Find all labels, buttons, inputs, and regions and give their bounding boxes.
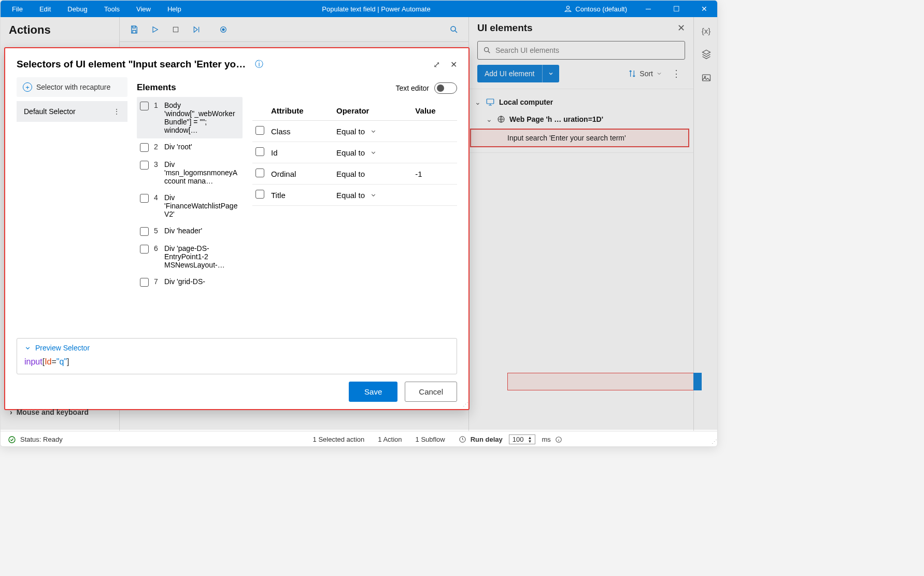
element-row[interactable]: 1Body 'window["_webWorkerBundle"] = ""; … xyxy=(137,97,243,138)
variables-icon[interactable]: {x} xyxy=(702,26,711,35)
element-checkbox[interactable] xyxy=(140,278,149,287)
element-checkbox[interactable] xyxy=(140,227,149,236)
search-ui-elements-input[interactable] xyxy=(495,46,679,54)
element-row[interactable]: 3Div 'msn_logomsnmoneyAccount mana… xyxy=(137,156,243,189)
attr-value[interactable] xyxy=(412,121,457,142)
resize-grip-icon[interactable]: ⋰ xyxy=(712,439,716,445)
element-checkbox[interactable] xyxy=(140,102,149,110)
tree-web-page[interactable]: ⌄ Web Page 'h … uration=1D' xyxy=(469,111,693,128)
menu-file[interactable]: File xyxy=(5,2,30,16)
elements-pane: Elements 1Body 'window["_webWorkerBundle… xyxy=(127,77,243,333)
environment-picker[interactable]: Contoso (default) xyxy=(564,5,627,13)
save-button[interactable]: Save xyxy=(349,382,397,402)
search-icon[interactable] xyxy=(448,23,460,36)
preview-selector-code: input[Id="q"] xyxy=(24,357,449,367)
element-index: 5 xyxy=(154,227,159,235)
svg-rect-0 xyxy=(173,27,178,32)
run-icon[interactable] xyxy=(149,23,161,36)
step-icon[interactable] xyxy=(190,23,203,36)
images-icon[interactable] xyxy=(701,73,712,83)
save-icon[interactable] xyxy=(128,23,140,36)
col-attribute: Attribute xyxy=(268,101,333,121)
svg-point-3 xyxy=(451,26,456,31)
attribute-row: Title Equal to xyxy=(252,185,457,206)
menu-edit[interactable]: Edit xyxy=(32,2,58,16)
record-icon[interactable] xyxy=(217,23,230,36)
tree-input-search-leaf[interactable]: Input search 'Enter your search term' xyxy=(470,129,689,147)
element-text: Body 'window["_webWorkerBundle"] = ""; w… xyxy=(164,101,239,134)
layers-icon[interactable] xyxy=(701,49,712,59)
preview-selector-toggle[interactable]: Preview Selector xyxy=(24,344,449,352)
status-actions: 1 Action xyxy=(378,435,402,443)
attr-value[interactable] xyxy=(412,142,457,163)
elements-heading: Elements xyxy=(137,77,243,97)
menu-view[interactable]: View xyxy=(129,2,158,16)
text-editor-toggle[interactable] xyxy=(434,82,457,94)
status-ok-icon xyxy=(8,435,16,444)
search-ui-elements[interactable] xyxy=(477,41,685,60)
svg-point-9 xyxy=(9,437,15,443)
element-index: 7 xyxy=(154,277,159,286)
window-maximize-button[interactable]: ☐ xyxy=(664,1,688,17)
element-row[interactable]: 7Div 'grid-DS- xyxy=(137,273,243,291)
menu-debug[interactable]: Debug xyxy=(60,2,94,16)
search-icon xyxy=(483,46,491,54)
element-row[interactable]: 5Div 'header' xyxy=(137,222,243,240)
menu-tools[interactable]: Tools xyxy=(97,2,127,16)
element-checkbox[interactable] xyxy=(140,143,149,152)
operator-select[interactable]: Equal to xyxy=(336,191,377,200)
window-minimize-button[interactable]: ─ xyxy=(636,1,660,17)
close-dialog-button[interactable]: ✕ xyxy=(450,60,457,69)
info-icon[interactable] xyxy=(555,436,562,443)
selector-with-recapture-button[interactable]: + Selector with recapture xyxy=(17,77,127,97)
attr-value[interactable] xyxy=(412,185,457,206)
attr-checkbox[interactable] xyxy=(255,168,264,177)
resize-grip-icon[interactable]: ⋰ xyxy=(463,401,467,408)
attr-name: Id xyxy=(268,142,333,163)
attr-checkbox[interactable] xyxy=(255,147,264,156)
default-selector-item[interactable]: Default Selector ⋮ xyxy=(17,101,127,122)
add-ui-element-button[interactable]: Add UI element xyxy=(477,65,542,82)
close-pane-button[interactable]: ✕ xyxy=(677,22,685,34)
tree-root-local-computer[interactable]: ⌄ Local computer xyxy=(469,93,693,111)
expand-dialog-button[interactable]: ⤢ xyxy=(433,60,440,69)
element-checkbox[interactable] xyxy=(140,245,149,254)
status-bar: Status: Ready 1 Selected action 1 Action… xyxy=(1,431,718,447)
chevron-down-icon xyxy=(24,345,31,352)
run-delay-stepper[interactable]: 100 ▲▼ xyxy=(509,434,536,444)
element-row[interactable]: 2Div 'root' xyxy=(137,138,243,156)
status-subflows: 1 Subflow xyxy=(416,435,445,443)
chevron-down-icon xyxy=(370,192,377,199)
selector-more-button[interactable]: ⋮ xyxy=(113,107,120,116)
element-text: Div 'page-DS-EntryPoint1-2 MSNewsLayout-… xyxy=(164,244,239,269)
operator-select[interactable]: Equal to xyxy=(336,127,377,136)
menu-help[interactable]: Help xyxy=(160,2,189,16)
element-checkbox[interactable] xyxy=(140,161,149,170)
category-label: Mouse and keyboard xyxy=(17,408,89,416)
operator-select[interactable]: Equal to xyxy=(336,148,377,157)
info-icon[interactable]: ⓘ xyxy=(255,59,263,70)
environment-icon xyxy=(564,5,572,13)
run-delay-unit: ms xyxy=(542,435,550,443)
window-title: Populate text field | Power Automate xyxy=(189,5,564,13)
preview-selector-label: Preview Selector xyxy=(35,344,90,352)
cancel-button[interactable]: Cancel xyxy=(405,382,457,402)
operator-select[interactable]: Equal to xyxy=(336,170,370,178)
stop-icon[interactable] xyxy=(169,23,182,36)
sort-button[interactable]: Sort xyxy=(628,69,662,78)
element-checkbox[interactable] xyxy=(140,194,149,203)
ui-elements-tree: ⌄ Local computer ⌄ Web Page 'h … uration… xyxy=(469,89,693,153)
element-row[interactable]: 4Div 'FinanceWatchlistPageV2' xyxy=(137,189,243,222)
element-text: Div 'grid-DS- xyxy=(164,277,239,286)
status-selected: 1 Selected action xyxy=(313,435,365,443)
element-row[interactable]: 6Div 'page-DS-EntryPoint1-2 MSNewsLayout… xyxy=(137,240,243,273)
attr-checkbox[interactable] xyxy=(255,190,264,199)
designer-toolbar xyxy=(120,17,468,42)
attr-checkbox[interactable] xyxy=(255,126,264,135)
category-mouse-keyboard[interactable]: › Mouse and keyboard xyxy=(10,408,89,416)
element-index: 3 xyxy=(154,160,159,168)
add-ui-element-dropdown[interactable] xyxy=(542,65,559,82)
more-options-button[interactable]: ⋮ xyxy=(667,66,685,81)
attr-value[interactable]: -1 xyxy=(412,163,457,185)
window-close-button[interactable]: ✕ xyxy=(692,1,716,17)
